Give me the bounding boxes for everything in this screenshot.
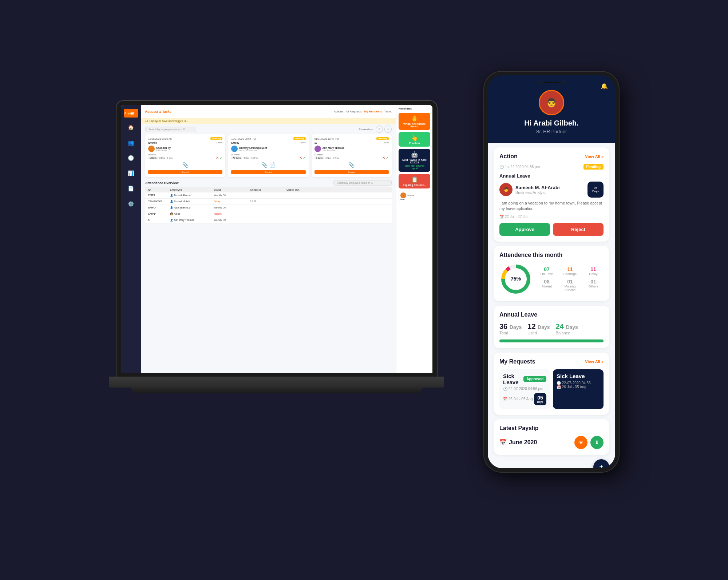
expand-btn-1[interactable]: Expand (148, 170, 222, 174)
reject-icon-1[interactable]: ✕ (216, 156, 219, 160)
expand-btn-2[interactable]: Expand (231, 170, 305, 174)
attendance-search[interactable]: Search by employee name or ID (333, 180, 392, 186)
requests-gap (550, 369, 553, 409)
attach-icon-3: 📎 (348, 162, 355, 168)
approve-button[interactable]: Approve (499, 223, 550, 236)
attendance-card: Attendence this month 75% (494, 246, 609, 301)
person-title: Business Analyst (515, 190, 560, 195)
expand-btn-3[interactable]: Expand (314, 170, 389, 174)
payslip-buttons: 👁 ⬇ (574, 436, 604, 449)
leave-progress (499, 339, 604, 342)
table-row: EMP14 👩 Alexa Absent (145, 211, 392, 217)
download-button[interactable]: ⬇ (590, 436, 604, 449)
table-row: EMP04 👤 Ajay Sharma 5 Weekly Off (145, 205, 392, 211)
request-date-1: 🕐 22-07-2020 04:56 pm (503, 387, 546, 391)
nav-prev[interactable]: ‹ (376, 126, 383, 133)
card-name-2: Dummy Emmmployee5 (239, 147, 267, 149)
leave-dates: 📅 22 Jul - 27 Jul (499, 215, 604, 219)
next-payroll-card: 🤖 Next Payroll in April 22 2022 View las… (399, 149, 430, 172)
sidebar-doc-icon[interactable]: 📄 (126, 183, 136, 194)
tab-tasks[interactable]: Tasks (384, 110, 392, 113)
laptop-screen: F ⚡ HR 🏠 👥 🕐 📊 📄 ⚙️ (121, 105, 432, 373)
sidebar-users-icon[interactable]: 👥 (126, 137, 136, 148)
sidebar-chart-icon[interactable]: 📊 (126, 168, 136, 179)
stat-absent: 08 Absent (537, 279, 557, 292)
annual-leave-title: Annual Leave (499, 311, 537, 318)
virtual-attendance-card[interactable]: 🤚 Virtual Attendance Punch (399, 113, 430, 130)
laptop-main: Request & Tasks Actions All Requests My … (141, 105, 396, 373)
emp-name: Ram C (400, 198, 428, 200)
laptop-sidebar: F ⚡ HR 🏠 👥 🕐 📊 📄 ⚙️ (121, 105, 141, 373)
card-role-2: Android Developer (239, 149, 267, 151)
sidebar-clock-icon[interactable]: 🕐 (126, 152, 136, 163)
request-period-1: 📅 26 Jul - 05 Aug (503, 397, 533, 401)
card-role-3: Test Engineer (323, 149, 344, 151)
donut-chart: 75% (499, 263, 532, 295)
reject-icon-2[interactable]: ✕ (299, 156, 302, 160)
phone-frame: 🔔 👨 Hi Arabi Gilbeh. Sr. HR Partner Acti… (484, 72, 619, 472)
tab-all-requests[interactable]: All Requests (345, 110, 362, 113)
svg-text:F: F (124, 112, 126, 115)
stat-ontime: 07 On-Time (537, 266, 557, 276)
eye-button[interactable]: 👁 (574, 436, 587, 449)
requests-view-all[interactable]: View All » (585, 359, 604, 364)
card-name-3: Alin Mary Thomas (323, 147, 344, 149)
leave-message: I am going on a vacation to my home town… (499, 200, 604, 212)
action-view-all[interactable]: View All » (585, 154, 604, 159)
used-num: 12 Days (527, 322, 550, 331)
dates-1: 8 Dec - 8 Dec (159, 157, 173, 159)
badge-pending-2: Pending (293, 137, 306, 140)
stat-delay: 11 Delay (583, 266, 604, 276)
table-row: 5 👤 Alin Mary Thomas Weekly Off (145, 217, 392, 223)
card-name-1: Chandler Ty (156, 147, 171, 149)
my-requests-card: My Requests View All » Sick Leave Approv… (494, 353, 609, 415)
search-input[interactable]: Search by employee name or ID (145, 127, 196, 132)
laptop-frame: F ⚡ HR 🏠 👥 🕐 📊 📄 ⚙️ (116, 101, 437, 377)
request-card-2: 12/07/2020 06:54 PM Pending EM052 Leave (228, 134, 308, 177)
request-card-3: 01/01/2021 12:47 PM Pending 12 Leave (312, 134, 392, 177)
tab-my-requests[interactable]: My Requests (364, 110, 382, 113)
dates-2: 8 Dec - 15 Feb (244, 157, 258, 159)
punch-in-card[interactable]: 👆 Punch In (399, 132, 430, 147)
leave-stats-row: 36 Days Total 12 Days Used 24 Days Balan… (499, 322, 604, 335)
svg-text:75%: 75% (511, 276, 521, 282)
request-period-2: 📅 26 Jul - 05 Aug (557, 385, 600, 389)
phone-screen[interactable]: 🔔 👨 Hi Arabi Gilbeh. Sr. HR Partner Acti… (488, 75, 615, 468)
phone-notch (530, 79, 573, 86)
user-greeting: Hi Arabi Gilbeh. (495, 119, 608, 127)
attach-icon-2: 📎 (261, 162, 268, 168)
view-payroll-link[interactable]: View last payroll report (401, 164, 428, 170)
card-id-2: EM052 (231, 142, 239, 144)
table-header: ID Employee Status Check-In Check-Out (145, 187, 392, 192)
notification-bell-icon[interactable]: 🔔 (601, 83, 608, 90)
fab-button[interactable]: + (593, 459, 609, 468)
balance-num: 24 Days (556, 322, 578, 331)
card-role-1: ERP Tester (156, 149, 171, 151)
doc-icon-2: 📄 (269, 162, 275, 168)
sidebar-home-icon[interactable]: 🏠 (126, 122, 136, 133)
nav-next[interactable]: › (384, 126, 392, 133)
front-camera (538, 81, 541, 84)
action-buttons: Approve Reject (499, 223, 604, 236)
approve-icon-3[interactable]: ✓ (386, 156, 389, 160)
days-badge: 05 Days (587, 182, 604, 198)
payslip-title: Latest Payslip (499, 425, 604, 432)
my-requests-title: My Requests (499, 358, 535, 365)
request-type-1: Sick Leave (503, 373, 523, 385)
approved-badge: Approved (523, 376, 546, 382)
virtual-icon: 🤚 (401, 115, 428, 122)
emp-avatar (400, 192, 406, 198)
used-label: Used (527, 331, 550, 335)
punch-label: Punch In (401, 142, 428, 144)
sidebar-settings-icon[interactable]: ⚙️ (126, 198, 136, 209)
approve-icon-2[interactable]: ✓ (303, 156, 306, 160)
stat-missing-punch: 01 Missing Puncch (560, 279, 580, 292)
action-date: 🕐 Jul 22 2020 04:56 pm (499, 165, 540, 169)
speaker (544, 82, 559, 83)
expiring-docs-card[interactable]: 📋 Expiring Docume... (399, 174, 430, 188)
tab-actions[interactable]: Actions (334, 110, 343, 113)
reject-button[interactable]: Reject (553, 223, 604, 236)
reject-icon-3[interactable]: ✕ (382, 156, 385, 160)
calendar-icon-payslip: 📅 (499, 439, 507, 446)
approve-icon-1[interactable]: ✓ (219, 156, 222, 160)
